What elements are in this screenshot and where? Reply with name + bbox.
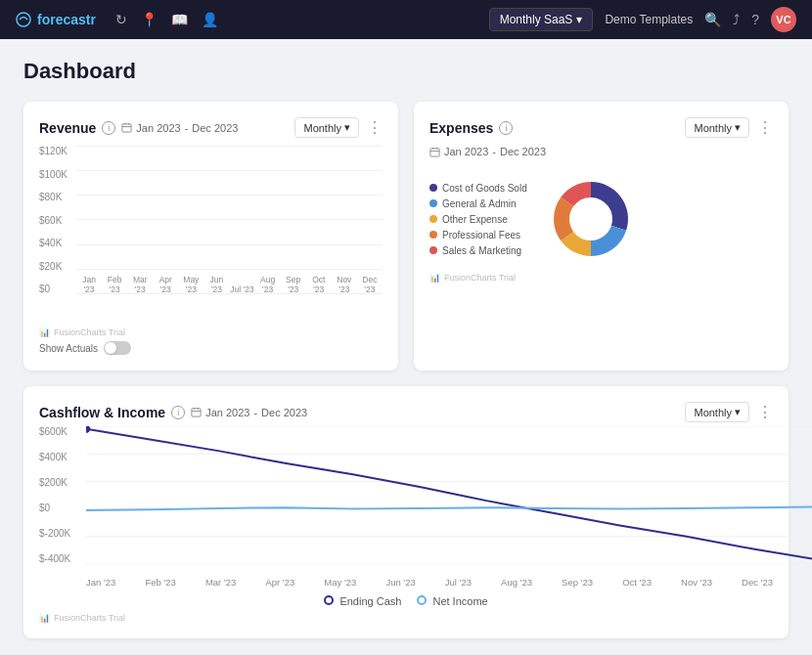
legend-label: Other Expense [442, 214, 508, 225]
chart-line [86, 506, 812, 510]
expenses-fusion-label: FusionCharts Trial [444, 273, 516, 283]
fusion-icon-expenses: 📊 [429, 273, 440, 283]
user-icon[interactable]: 👤 [202, 12, 218, 27]
cashflow-header: Cashflow & Income i Jan 2023 - Dec 2023 … [39, 402, 773, 422]
bar-group: Feb '23 [102, 272, 127, 294]
top-row: Revenue i Jan 2023 - Dec 2023 Monthly ▾ … [23, 102, 789, 371]
x-label: Apr '23 [265, 577, 294, 588]
svg-point-0 [17, 13, 30, 26]
bar-label: Apr '23 [153, 276, 178, 294]
cashflow-line-chart: $600K$400K$200K$0$-200K$-400K Jan '23Feb… [39, 426, 773, 588]
revenue-chart: $120K$100K$80K$60K$40K$20K$0 Jan '23Feb … [39, 146, 383, 322]
brand-logo[interactable]: forecastr [16, 12, 96, 27]
cashflow-svg [86, 426, 812, 564]
cashflow-date-range[interactable]: Jan 2023 - Dec 2023 [191, 407, 307, 418]
chevron-down-icon: ▾ [735, 406, 741, 418]
cashflow-header-right: Monthly ▾ ⋮ [685, 402, 773, 422]
revenue-y-labels: $120K$100K$80K$60K$40K$20K$0 [39, 146, 68, 322]
x-label: Oct '23 [622, 577, 652, 588]
help-button[interactable]: ? [751, 12, 759, 27]
revenue-card-header: Revenue i Jan 2023 - Dec 2023 Monthly ▾ … [39, 117, 383, 138]
x-label: May '23 [324, 577, 356, 588]
book-icon[interactable]: 📖 [171, 12, 188, 27]
share-button[interactable]: ⤴ [733, 12, 740, 27]
bar-label: Oct '23 [306, 276, 332, 294]
expenses-header-right: Monthly ▾ ⋮ [685, 117, 773, 138]
cashflow-date-from: Jan 2023 [205, 407, 249, 418]
fusion-icon: 📊 [39, 328, 50, 337]
expenses-info-icon[interactable]: i [499, 121, 513, 135]
revenue-info-icon[interactable]: i [102, 121, 115, 135]
net-income-legend-circle [417, 595, 427, 605]
cashflow-fusion-watermark: 📊 FusionCharts Trial [39, 613, 773, 623]
bar-group: Apr '23 [153, 272, 178, 294]
expenses-title-row: Expenses i [429, 120, 513, 136]
demo-templates-link[interactable]: Demo Templates [605, 13, 693, 26]
bar-group: Dec '23 [357, 272, 383, 294]
expenses-title: Expenses [429, 120, 493, 136]
x-label: Aug '23 [501, 577, 532, 588]
expenses-monthly-label: Monthly [694, 122, 732, 134]
bar-label: May '23 [178, 276, 203, 294]
legend-item: General & Admin [429, 198, 527, 209]
cashflow-monthly-label: Monthly [694, 407, 732, 418]
x-label: Jan '23 [86, 577, 115, 588]
legend-dot [429, 246, 437, 254]
svg-rect-1 [122, 124, 131, 132]
search-button[interactable]: 🔍 [704, 12, 721, 27]
monthly-saas-label: Monthly SaaS [500, 13, 573, 26]
legend-label: Cost of Goods Sold [442, 183, 527, 194]
cashflow-monthly-button[interactable]: Monthly ▾ [685, 402, 749, 422]
revenue-x-axis [76, 293, 383, 294]
bar-label: Aug '23 [255, 276, 281, 294]
avatar[interactable]: VC [771, 7, 796, 32]
monthly-saas-button[interactable]: Monthly SaaS ▾ [489, 8, 594, 31]
x-label: Dec '23 [742, 577, 773, 588]
ending-cash-label: Ending Cash [339, 595, 401, 607]
show-actuals: Show Actuals [39, 341, 383, 355]
bar-group: Jun '23 [203, 272, 229, 294]
revenue-more-button[interactable]: ⋮ [367, 118, 383, 137]
revenue-monthly-button[interactable]: Monthly ▾ [294, 117, 359, 138]
navbar: forecastr ↻ 📍 📖 👤 Monthly SaaS ▾ Demo Te… [0, 0, 812, 39]
bar-group: Sep '23 [281, 272, 306, 294]
expenses-more-button[interactable]: ⋮ [757, 118, 773, 137]
bar-label: Dec '23 [357, 276, 383, 294]
page-title: Dashboard [23, 59, 789, 84]
legend-label: Professional Fees [442, 230, 520, 240]
refresh-icon[interactable]: ↻ [115, 12, 127, 27]
svg-point-3 [571, 199, 610, 239]
revenue-date-to: Dec 2023 [192, 122, 238, 134]
expenses-date-range[interactable]: Jan 2023 - Dec 2023 [429, 146, 773, 157]
revenue-title-row: Revenue i Jan 2023 - Dec 2023 [39, 120, 238, 136]
revenue-fusion-label: FusionCharts Trial [54, 328, 125, 337]
calendar-icon [121, 122, 132, 133]
legend-dot [429, 184, 437, 192]
show-actuals-toggle[interactable] [104, 341, 131, 355]
expenses-monthly-button[interactable]: Monthly ▾ [685, 117, 749, 138]
cashflow-x-labels: Jan '23Feb '23Mar '23Apr '23May '23Jun '… [86, 577, 773, 588]
cashflow-calendar-icon [191, 407, 202, 417]
legend-item: Cost of Goods Sold [429, 183, 527, 194]
legend-label: General & Admin [442, 198, 517, 209]
brand-icon [16, 12, 31, 27]
expenses-card: Expenses i Monthly ▾ ⋮ Jan 2023 - Dec 20… [414, 102, 789, 371]
bar-label: Jan '23 [76, 276, 102, 294]
pin-icon[interactable]: 📍 [141, 12, 158, 27]
revenue-date-range[interactable]: Jan 2023 - Dec 2023 [121, 122, 238, 134]
svg-rect-4 [192, 409, 201, 416]
cashflow-fusion-label: FusionCharts Trial [54, 613, 125, 623]
revenue-card: Revenue i Jan 2023 - Dec 2023 Monthly ▾ … [23, 102, 398, 371]
x-label: Feb '23 [145, 577, 175, 588]
show-actuals-label: Show Actuals [39, 343, 98, 354]
cashflow-info-icon[interactable]: i [171, 406, 185, 419]
x-label: Jul '23 [445, 577, 472, 588]
bar-label: Mar '23 [127, 276, 153, 294]
bar-group: Oct '23 [306, 272, 332, 294]
cashflow-title-row: Cashflow & Income i Jan 2023 - Dec 2023 [39, 405, 307, 420]
net-income-legend-item: Net Income [417, 595, 487, 607]
cashflow-more-button[interactable]: ⋮ [757, 403, 773, 421]
legend-item: Sales & Marketing [429, 245, 527, 256]
revenue-title: Revenue [39, 120, 96, 136]
bar-group: Aug '23 [255, 272, 281, 294]
